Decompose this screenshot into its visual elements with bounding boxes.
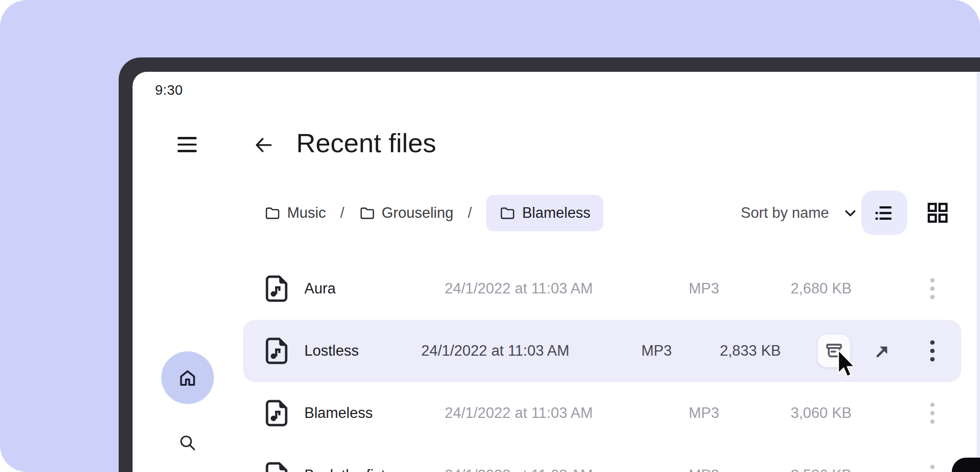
- file-size: 3,060 KB: [791, 382, 852, 444]
- sort-label: Sort by name: [741, 204, 829, 222]
- file-name: Back the fist: [304, 444, 385, 472]
- sort-dropdown[interactable]: Sort by name: [741, 195, 858, 231]
- breadcrumb-label: Grouseling: [382, 204, 454, 222]
- grid-view-toggle[interactable]: [922, 197, 953, 228]
- file-name: Aura: [304, 258, 335, 320]
- breadcrumb-item-grouseling[interactable]: Grouseling: [359, 204, 454, 222]
- file-row-lostless-selected[interactable]: Lostless 24/1/2022 at 11:03 AM MP3 2,833…: [243, 320, 961, 382]
- folder-icon: [359, 205, 375, 221]
- file-name: Lostless: [304, 320, 359, 382]
- file-date: 24/1/2022 at 11:03 AM: [421, 320, 569, 382]
- home-icon: [176, 366, 199, 389]
- open-arrow-icon: [874, 343, 891, 360]
- app-screen: 9:30 Recent files Music / Grouseling: [133, 72, 980, 472]
- breadcrumb-separator: /: [468, 204, 472, 222]
- list-view-icon: [874, 202, 895, 224]
- folder-icon: [264, 205, 280, 221]
- audio-file-icon: [266, 444, 288, 472]
- more-vert-icon[interactable]: [920, 258, 945, 320]
- page-title: Recent files: [296, 127, 436, 158]
- file-type: MP3: [689, 258, 719, 320]
- list-view-toggle[interactable]: [861, 191, 907, 235]
- nav-rail-home-active[interactable]: [161, 351, 214, 404]
- search-icon: [178, 433, 198, 453]
- file-type: MP3: [689, 444, 719, 472]
- file-date: 24/1/2022 at 11:03 AM: [445, 444, 593, 472]
- grid-view-icon: [926, 202, 949, 224]
- file-size: 2,586 KB: [791, 444, 852, 472]
- file-row-aura[interactable]: Aura 24/1/2022 at 11:03 AM MP3 2,680 KB: [243, 258, 961, 320]
- breadcrumb-label: Music: [287, 204, 326, 222]
- more-vert-icon[interactable]: [920, 444, 945, 472]
- status-bar-time: 9:30: [155, 82, 183, 98]
- archive-button[interactable]: [818, 335, 850, 367]
- file-row-blameless[interactable]: Blameless 24/1/2022 at 11:03 AM MP3 3,06…: [243, 382, 961, 444]
- tablet-frame: 9:30 Recent files Music / Grouseling: [119, 57, 980, 472]
- file-type: MP3: [689, 382, 719, 444]
- more-vert-icon[interactable]: [920, 320, 945, 382]
- open-file-button[interactable]: [871, 340, 894, 363]
- folder-icon: [499, 205, 515, 221]
- file-name: Blameless: [304, 382, 373, 444]
- menu-icon[interactable]: [178, 137, 197, 152]
- breadcrumb-item-music[interactable]: Music: [264, 204, 326, 222]
- file-size: 2,680 KB: [791, 258, 852, 320]
- audio-file-icon: [266, 258, 288, 320]
- chevron-down-icon: [843, 206, 858, 220]
- nav-rail-search[interactable]: [176, 431, 199, 454]
- scrollbar[interactable]: [977, 72, 980, 472]
- back-arrow-icon[interactable]: [252, 134, 274, 156]
- screenshot-canvas: 9:30 Recent files Music / Grouseling: [0, 0, 980, 472]
- file-size: 2,833 KB: [720, 320, 781, 382]
- breadcrumb: Music / Grouseling / Blameless: [264, 195, 603, 231]
- file-type: MP3: [641, 320, 672, 382]
- file-date: 24/1/2022 at 11:03 AM: [445, 258, 593, 320]
- more-vert-icon[interactable]: [920, 382, 945, 444]
- file-row-partial[interactable]: Back the fist 24/1/2022 at 11:03 AM MP3 …: [243, 444, 961, 472]
- archive-icon: [825, 342, 843, 360]
- breadcrumb-label: Blameless: [522, 204, 590, 222]
- file-list: Aura 24/1/2022 at 11:03 AM MP3 2,680 KB …: [243, 258, 961, 472]
- breadcrumb-item-blameless-active[interactable]: Blameless: [486, 195, 603, 231]
- breadcrumb-separator: /: [340, 204, 345, 222]
- file-date: 24/1/2022 at 11:03 AM: [445, 382, 593, 444]
- audio-file-icon: [266, 320, 288, 382]
- audio-file-icon: [266, 382, 288, 444]
